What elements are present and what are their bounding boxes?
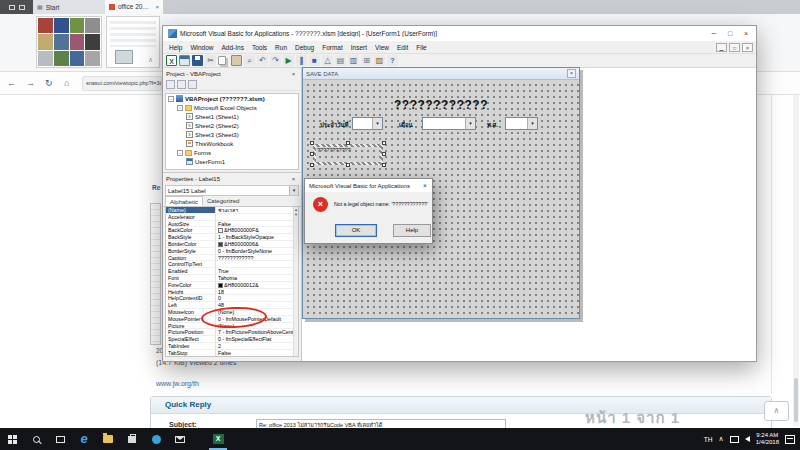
property-value[interactable]: False [216,350,298,357]
selection-handle[interactable] [310,163,314,167]
set-tabs-aside-buttons[interactable] [0,0,33,14]
vba-title-bar[interactable]: Microsoft Visual Basic for Applications … [163,26,756,41]
property-value[interactable]: True [216,268,298,275]
property-row[interactable]: TabIndex2 [166,343,298,350]
property-value[interactable]: 0 [216,295,298,302]
maximize-icon[interactable]: □ [722,26,738,41]
property-value[interactable]: 18 [216,289,298,296]
home-icon[interactable]: ⌂ [64,77,69,89]
tree-item-vbaproject-xlsm-[interactable]: -VBAProject (???????.xlsm) [166,94,298,103]
excel-button[interactable] [206,428,230,450]
view-code-icon[interactable] [166,80,175,89]
properties-panel-header[interactable]: Properties - Label15 × [163,173,301,184]
break-icon[interactable] [296,55,307,66]
menu-view[interactable]: View [371,44,393,51]
back-to-top-button[interactable]: ∧ [764,401,789,421]
redo-icon[interactable] [270,55,281,66]
mdi-minimize-icon[interactable]: ▁ [716,43,727,52]
help-icon[interactable] [387,55,398,66]
selection-handle[interactable] [382,141,386,145]
store-button[interactable] [120,428,144,450]
chevron-down-icon[interactable]: ▾ [465,118,475,129]
scrollbar-thumb[interactable] [794,378,798,422]
action-center-icon[interactable] [785,435,795,444]
property-row[interactable]: EnabledTrue [166,268,298,275]
selection-handle[interactable] [346,141,350,145]
close-icon[interactable]: × [418,182,432,189]
property-row[interactable]: Caption???????????? [166,255,298,262]
forward-icon[interactable]: → [26,77,35,89]
expander-icon[interactable]: - [168,96,174,102]
tab-preview-start[interactable] [36,16,102,68]
property-row[interactable]: PicturePosition7 - fmPicturePositionAbov… [166,329,298,336]
help-button[interactable]: Help [393,224,431,237]
property-row[interactable]: BorderColor&H80000006& [166,241,298,248]
property-row[interactable]: HelpContextID0 [166,295,298,302]
design-mode-icon[interactable] [322,55,333,66]
edge-button[interactable] [72,428,96,450]
ok-button[interactable]: OK [335,224,377,237]
run-icon[interactable] [283,55,294,66]
hidden-icons-chevron-icon[interactable]: ∧ [719,435,724,443]
tab-start[interactable]: ▦ Start [33,0,105,14]
url-field[interactable]: snasui.com/viewtopic.php?f=3&t=17... [82,76,162,91]
tab-active[interactable]: office 2013 ไม่สามารถรันCode VBA ที่เคยท… [105,0,163,14]
tab-categorized[interactable]: Categorized [203,196,243,206]
property-row[interactable]: BorderStyle0 - fmBorderStyleNone [166,248,298,255]
property-row[interactable]: BackStyle1 - fmBackStyleOpaque [166,234,298,241]
chevron-down-icon[interactable]: ▾ [289,186,298,195]
object-browser-icon[interactable] [361,55,372,66]
property-value[interactable]: 0 - fmBorderStyleNone [216,248,298,255]
property-value[interactable]: 7 - fmPicturePositionAboveCenter [216,329,298,336]
property-row[interactable]: Accelerator [166,214,298,221]
property-value[interactable]: ช่วงเวลา [216,207,298,214]
post-link[interactable]: www.jw.org/th [156,380,199,387]
property-value[interactable]: False [216,221,298,228]
property-row[interactable]: TabStopFalse [166,350,298,357]
chevron-down-icon[interactable]: ▾ [527,118,537,129]
property-value[interactable]: 1 - fmBackStyleOpaque [216,234,298,241]
refresh-icon[interactable]: ↻ [45,77,53,89]
collapse-previews-icon[interactable]: ∧ [148,56,153,64]
paste-icon[interactable] [231,55,242,66]
property-value[interactable]: ???????????? [216,255,298,262]
tree-item-sheet1-sheet1-[interactable]: Sheet1 (Sheet1) [166,112,298,121]
date-combobox[interactable]: ▾ [352,117,383,130]
month-combobox[interactable]: ▾ [422,117,476,130]
menu-window[interactable]: Window [186,44,217,51]
properties-window-icon[interactable] [348,55,359,66]
view-excel-icon[interactable] [166,55,177,66]
close-icon[interactable]: × [289,71,298,77]
page-scrollbar[interactable] [793,95,799,426]
property-value[interactable]: &H8000000F& [216,227,298,234]
search-button[interactable] [24,428,48,450]
property-row[interactable]: BackColor&H8000000F& [166,227,298,234]
property-value[interactable]: 0 - fmSpecialEffectFlat [216,336,298,343]
tab-close-icon[interactable]: × [155,4,159,10]
property-value[interactable]: &H80000012& [216,282,298,289]
find-icon[interactable] [244,55,255,66]
menu-addins[interactable]: Add-Ins [218,44,248,51]
tree-item-thisworkbook[interactable]: ThisWorkbook [166,139,298,148]
year-combobox[interactable]: ▾ [505,117,538,130]
mdi-close-icon[interactable]: × [742,43,753,52]
chevron-down-icon[interactable]: ▾ [372,118,382,129]
project-explorer-icon[interactable] [335,55,346,66]
mail-button[interactable] [168,428,192,450]
selection-handle[interactable] [382,163,386,167]
reset-icon[interactable] [309,55,320,66]
menu-debug[interactable]: Debug [291,44,318,51]
menu-help[interactable]: Help [165,44,186,51]
cut-icon[interactable] [205,55,216,66]
toggle-folders-icon[interactable] [188,80,197,89]
back-icon[interactable]: ← [7,77,16,89]
date-label[interactable]: ประจำวันที่ [320,120,349,130]
copy-icon[interactable] [218,56,226,65]
selection-handle[interactable] [310,141,314,145]
menu-insert[interactable]: Insert [347,44,371,51]
selection-handle[interactable] [382,152,386,156]
property-row[interactable]: ControlTipText [166,261,298,268]
menu-file[interactable]: File [412,44,430,51]
toolbox-icon[interactable] [374,55,385,66]
view-object-icon[interactable] [177,80,186,89]
